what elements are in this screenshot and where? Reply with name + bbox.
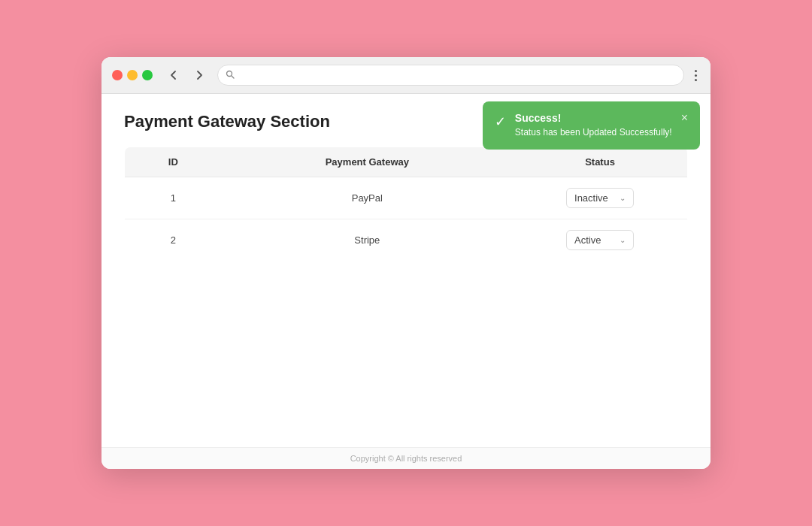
cell-status: Active⌄	[513, 219, 687, 261]
col-header-id: ID	[125, 147, 222, 177]
status-label: Active	[574, 234, 601, 246]
browser-chrome	[102, 57, 710, 94]
browser-window: ✓ Success! Status has been Updated Succe…	[102, 57, 710, 469]
nav-buttons	[163, 65, 210, 86]
check-icon: ✓	[495, 113, 506, 130]
chevron-down-icon: ⌄	[620, 194, 626, 202]
maximize-dot[interactable]	[142, 70, 153, 80]
back-button[interactable]	[163, 65, 184, 86]
toast-message: Status has been Updated Successfully!	[515, 126, 672, 139]
cell-id: 2	[125, 219, 222, 261]
traffic-lights	[112, 70, 153, 80]
search-icon	[226, 70, 235, 81]
status-dropdown[interactable]: Inactive⌄	[566, 188, 634, 208]
success-toast: ✓ Success! Status has been Updated Succe…	[483, 101, 700, 150]
col-header-gateway: Payment Gateway	[222, 147, 513, 177]
cell-gateway: PayPal	[222, 177, 513, 219]
col-header-status: Status	[513, 147, 687, 177]
footer-text: Copyright © All rights reserved	[350, 454, 462, 463]
gateway-table: ID Payment Gateway Status 1PayPalInactiv…	[124, 147, 688, 261]
cell-id: 1	[125, 177, 222, 219]
svg-point-0	[227, 71, 232, 76]
address-bar[interactable]	[217, 65, 684, 86]
browser-menu-button[interactable]	[692, 67, 700, 84]
browser-content: ✓ Success! Status has been Updated Succe…	[102, 94, 710, 447]
status-dropdown[interactable]: Active⌄	[566, 230, 634, 250]
chevron-down-icon: ⌄	[620, 236, 626, 244]
toast-content: Success! Status has been Updated Success…	[515, 112, 672, 139]
forward-button[interactable]	[189, 65, 210, 86]
close-dot[interactable]	[112, 70, 123, 80]
menu-dot-3	[695, 79, 697, 81]
table-row: 1PayPalInactive⌄	[125, 177, 688, 219]
minimize-dot[interactable]	[127, 70, 138, 80]
toast-title: Success!	[515, 112, 672, 124]
cell-status: Inactive⌄	[513, 177, 687, 219]
table-header-row: ID Payment Gateway Status	[125, 147, 688, 177]
menu-dot-1	[695, 70, 697, 72]
toast-close-button[interactable]: ×	[681, 112, 688, 124]
browser-footer: Copyright © All rights reserved	[102, 447, 710, 469]
status-label: Inactive	[574, 192, 608, 204]
table-row: 2StripeActive⌄	[125, 219, 688, 261]
menu-dot-2	[695, 74, 697, 77]
cell-gateway: Stripe	[222, 219, 513, 261]
